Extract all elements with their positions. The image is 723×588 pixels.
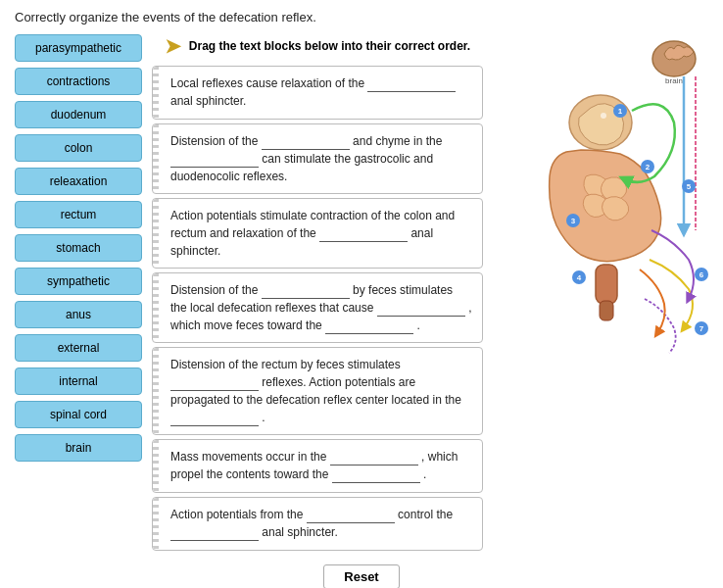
instructions: Correctly organize the events of the def… — [15, 10, 708, 24]
reset-button[interactable]: Reset — [323, 564, 399, 588]
drag-header-text: Drag the text blocks below into their co… — [189, 39, 470, 53]
drag-header: ➤ Drag the text blocks below into their … — [152, 34, 483, 58]
drag-label-rectum[interactable]: rectum — [15, 201, 142, 228]
digestive-diagram: brain — [493, 34, 708, 407]
drag-label-contractions[interactable]: contractions — [15, 68, 142, 95]
drag-label-releaxation[interactable]: releaxation — [15, 168, 142, 195]
drag-label-internal[interactable]: internal — [15, 368, 142, 395]
drop-zone-6: Mass movements occur in the , which prop… — [152, 439, 483, 493]
main-layout: parasympatheticcontractionsduodenumcolon… — [15, 34, 708, 555]
drop-zone-5: Distension of the rectum by feces stimul… — [152, 347, 483, 435]
drop-zone-1: Local reflexes cause relaxation of the a… — [152, 66, 483, 120]
drag-labels-column: parasympatheticcontractionsduodenumcolon… — [15, 34, 142, 555]
drag-label-stomach[interactable]: stomach — [15, 234, 142, 262]
drag-label-anus[interactable]: anus — [15, 301, 142, 328]
svg-rect-6 — [596, 265, 617, 304]
drop-zone-4: Distension of the by feces stimulates th… — [152, 272, 483, 343]
drag-label-spinal-cord[interactable]: spinal cord — [15, 401, 142, 428]
drag-label-sympathetic[interactable]: sympathetic — [15, 268, 142, 295]
diagram-column: brain — [493, 34, 708, 555]
drag-label-brain[interactable]: brain — [15, 434, 142, 462]
svg-text:2: 2 — [646, 163, 651, 172]
svg-text:4: 4 — [577, 273, 582, 282]
middle-column: ➤ Drag the text blocks below into their … — [152, 34, 483, 555]
svg-rect-7 — [600, 301, 613, 320]
drop-zone-3: Action potentials stimulate contraction … — [152, 198, 483, 269]
svg-text:brain: brain — [665, 76, 683, 85]
svg-point-5 — [601, 113, 606, 119]
svg-text:5: 5 — [687, 182, 692, 191]
drag-label-colon[interactable]: colon — [15, 134, 142, 162]
reset-row: Reset — [15, 564, 708, 588]
drag-label-duodenum[interactable]: duodenum — [15, 101, 142, 128]
svg-text:1: 1 — [618, 107, 623, 116]
drop-zone-2: Distension of the and chyme in the can s… — [152, 123, 483, 194]
svg-text:6: 6 — [699, 270, 704, 279]
drag-label-parasympathetic[interactable]: parasympathetic — [15, 34, 142, 62]
drop-zones-container: Local reflexes cause relaxation of the a… — [152, 66, 483, 555]
svg-text:3: 3 — [571, 217, 576, 225]
drag-arrow-icon: ➤ — [165, 34, 181, 58]
drop-zone-7: Action potentials from the control the a… — [152, 497, 483, 551]
drag-label-external[interactable]: external — [15, 334, 142, 362]
svg-text:7: 7 — [699, 324, 704, 333]
